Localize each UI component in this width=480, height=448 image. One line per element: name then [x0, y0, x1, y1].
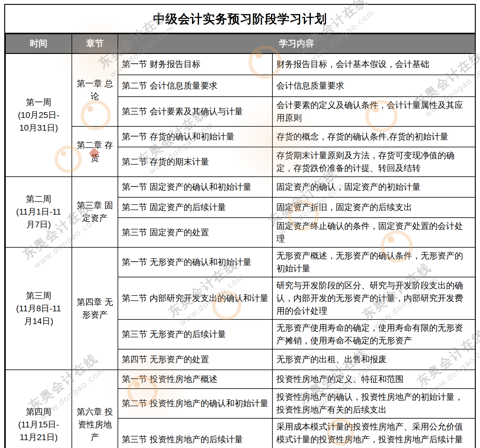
content-cell: 投资性房地产的定义、特征和范围 — [272, 370, 475, 389]
section-cell: 第二节 存货的期末计量 — [118, 147, 272, 177]
section-cell: 第一节 存货的确认和初始计量 — [118, 126, 272, 147]
table-row: 第二周 (11月1日-11 月7日) 第三章 固 定资产 第一节 固定资产的确认… — [5, 177, 475, 197]
time-cell: 第四周 (11月15日- 11月21日) — [5, 370, 72, 448]
chapter-cell: 第三章 固 定资产 — [72, 177, 118, 247]
header-cell-content: 学习内容 — [118, 34, 475, 54]
time-cell: 第一周 (10月25日- 10月31日) — [5, 54, 72, 177]
chapter-cell: 第一章 总 论 — [72, 54, 118, 126]
table-row: 第一周 (10月25日- 10月31日) 第一章 总 论 第一节 财务报告目标 … — [5, 54, 475, 75]
chapter-cell: 第四章 无 形资产 — [72, 247, 118, 370]
content-cell: 固定资产的确认，固定资产的初始计量 — [272, 177, 475, 197]
table-row: 第三周 (11月8日-11 月14日) 第四章 无 形资产 第一节 无形资产的确… — [5, 247, 475, 277]
section-cell: 第二节 会计信息质量要求 — [118, 75, 272, 97]
title-bar: 中级会计实务预习阶段学习计划 — [5, 5, 475, 34]
content-cell: 财务报告目标，会计基本假设，会计基础 — [272, 54, 475, 75]
time-cell: 第二周 (11月1日-11 月7日) — [5, 177, 72, 247]
section-cell: 第一节 投资性房地产概述 — [118, 370, 272, 389]
section-cell: 第三节 投资性房地产的后续计量 — [118, 418, 272, 448]
content-cell: 固定资产折旧，固定资产的后续支出 — [272, 197, 475, 218]
header-cell-time: 时间 — [5, 34, 72, 54]
content-cell: 固定资产终止确认的条件，固定资产处置的会计处理 — [272, 218, 475, 247]
section-cell: 第三节 无形资产的后续计量 — [118, 319, 272, 349]
chapter-cell: 第二章 存 货 — [72, 126, 118, 177]
content-cell: 会计信息质量要求 — [272, 75, 475, 97]
section-cell: 第二节 投资性房地产的确认和初始计量 — [118, 389, 272, 418]
study-plan-sheet: 中级会计实务预习阶段学习计划 时间 章节 学习内容 第一周 (10月25日- 1… — [0, 0, 480, 448]
section-cell: 第三节 会计要素及其确认与计量 — [118, 97, 272, 126]
content-cell: 采用成本模式计量的投资性房地产、采用公允价值模式计量的投资性房地产，投资性房地产… — [272, 418, 475, 448]
table-row: 第四周 (11月15日- 11月21日) 第六章 投 资性房地 产 第一节 投资… — [5, 370, 475, 389]
section-cell: 第一节 财务报告目标 — [118, 54, 272, 75]
section-cell: 第二节 固定资产的后续计量 — [118, 197, 272, 218]
chapter-cell: 第六章 投 资性房地 产 — [72, 370, 118, 448]
table-frame: 中级会计实务预习阶段学习计划 时间 章节 学习内容 第一周 (10月25日- 1… — [4, 4, 476, 448]
content-cell: 投资性房地产的确认，投资性房地产的初始计量，投资性房地产有关的后续支出 — [272, 389, 475, 418]
page-title: 中级会计实务预习阶段学习计划 — [153, 11, 327, 27]
time-cell: 第三周 (11月8日-11 月14日) — [5, 247, 72, 370]
header-row: 时间 章节 学习内容 — [5, 34, 475, 54]
section-cell: 第一节 无形资产的确认和初始计量 — [118, 247, 272, 277]
header-cell-chapter: 章节 — [72, 34, 118, 54]
section-cell: 第二节 内部研究开发支出的确认和计量 — [118, 277, 272, 319]
content-cell: 无形资产的出租、出售和报废 — [272, 349, 475, 370]
content-cell: 研究与开发阶段的区分、研究与开发阶段支出的确认，内部开发的无形资产的计量，内部研… — [272, 277, 475, 319]
section-cell: 第四节 无形资产的处置 — [118, 349, 272, 370]
content-cell: 无形资产使用寿命的确定，使用寿命有限的无形资产摊销，使用寿命不确定的无形资产 — [272, 319, 475, 349]
section-cell: 第一节 固定资产的确认和初始计量 — [118, 177, 272, 197]
content-cell: 存货期末计量原则及方法，存货可变现净值的确定，存货跌价准备的计提、转回及结转 — [272, 147, 475, 177]
study-plan-table: 时间 章节 学习内容 第一周 (10月25日- 10月31日) 第一章 总 论 … — [5, 34, 475, 448]
content-cell: 无形资产概述，无形资产的确认条件，无形资产的初始计量 — [272, 247, 475, 277]
section-cell: 第三节 固定资产的处置 — [118, 218, 272, 247]
content-cell: 会计要素的定义及确认条件，会计计量属性及其应用原则 — [272, 97, 475, 126]
content-cell: 存货的概念，存货的确认条件,存货的初始计量 — [272, 126, 475, 147]
table-row: 第二章 存 货 第一节 存货的确认和初始计量 存货的概念，存货的确认条件,存货的… — [5, 126, 475, 147]
